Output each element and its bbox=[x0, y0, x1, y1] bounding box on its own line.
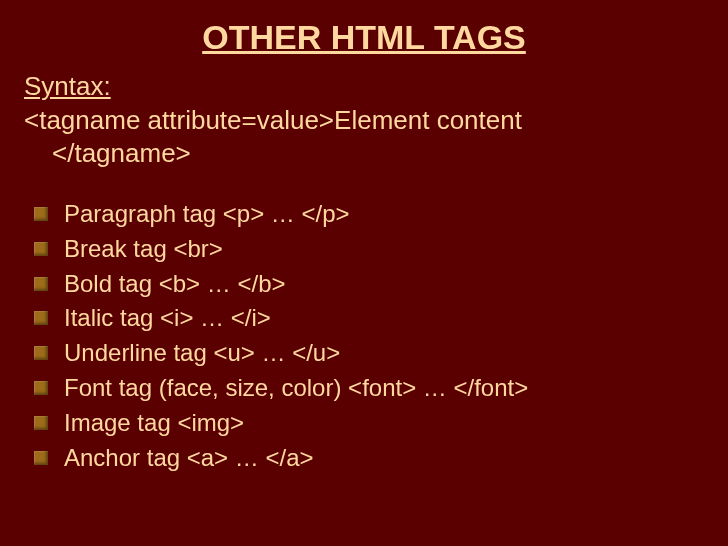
list-item: Anchor tag <a> … </a> bbox=[34, 441, 704, 476]
syntax-codeblock: <tagname attribute=value>Element content… bbox=[24, 104, 704, 169]
list-item: Underline tag <u> … </u> bbox=[34, 336, 704, 371]
list-item: Paragraph tag <p> … </p> bbox=[34, 197, 704, 232]
slide-title: OTHER HTML TAGS bbox=[24, 18, 704, 57]
syntax-heading: Syntax: bbox=[24, 71, 704, 102]
syntax-line-1: <tagname attribute=value>Element content bbox=[24, 105, 522, 135]
syntax-line-2: </tagname> bbox=[24, 137, 704, 170]
list-item: Font tag (face, size, color) <font> … </… bbox=[34, 371, 704, 406]
bullet-list: Paragraph tag <p> … </p> Break tag <br> … bbox=[24, 197, 704, 475]
list-item: Image tag <img> bbox=[34, 406, 704, 441]
slide: OTHER HTML TAGS Syntax: <tagname attribu… bbox=[0, 0, 728, 546]
list-item: Italic tag <i> … </i> bbox=[34, 301, 704, 336]
list-item: Bold tag <b> … </b> bbox=[34, 267, 704, 302]
list-item: Break tag <br> bbox=[34, 232, 704, 267]
